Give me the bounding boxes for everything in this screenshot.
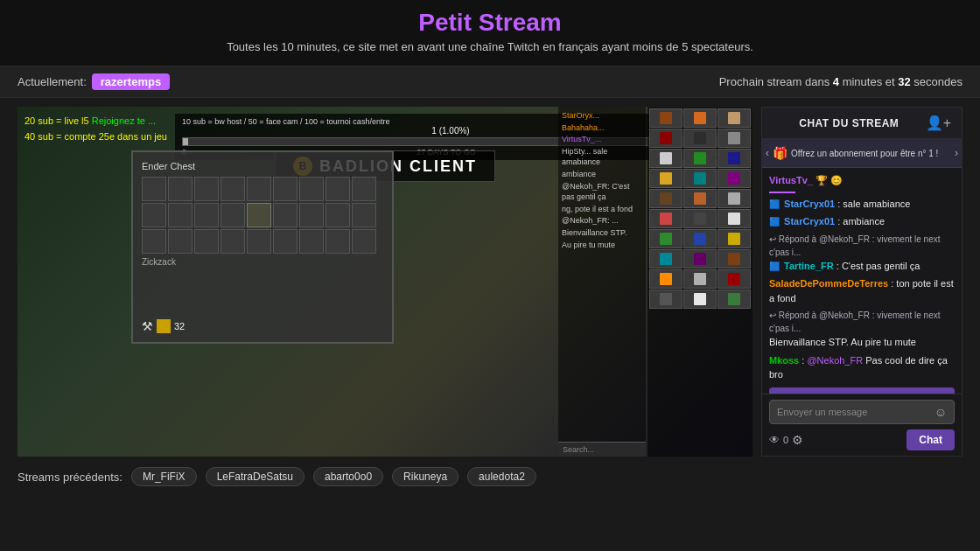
chat-button[interactable]: Chat <box>906 429 955 450</box>
item-cell <box>649 289 682 309</box>
item-cell <box>649 249 682 269</box>
chat-input-area: ☺ 👁 0 ⚙ Chat <box>762 394 962 456</box>
chat-header: CHAT DU STREAM 👤+ <box>762 108 962 139</box>
item-cell <box>683 149 717 168</box>
chat-message: 🟦 StarCryx01 : sale amabiance <box>769 197 955 212</box>
mc-slot <box>220 203 245 227</box>
stream-tag-4[interactable]: Rikuneya <box>392 467 458 486</box>
mc-slot <box>326 177 350 201</box>
mc-name: Zickzack <box>142 257 383 267</box>
hud-line1-yellow: 20 sub = live l5 <box>24 115 89 126</box>
chat-message: ↩ Répond à @Nekoh_FR : vivement le next … <box>769 309 955 350</box>
chat-messages: VirtusTv_ 🏆 😊 🟦 StarCryx01 : sale amabia… <box>762 168 962 394</box>
video-container[interactable]: 20 sub = live l5 Rejoignez te ... 40 sub… <box>18 107 752 457</box>
currently-bar: Actuellement: razertemps Prochain stream… <box>0 66 980 98</box>
chat-reply: ↩ Répond à @Nekoh_FR : vivement le next … <box>769 309 955 335</box>
mc-chat-sidebar: StarOryx... Bahahaha... VirtusTv_... Hip… <box>558 107 646 457</box>
chat-message: VirtusTv_ 🏆 😊 <box>769 173 955 188</box>
chat-message: Mkoss : @Nekoh_FR Pas cool de dire ça br… <box>769 353 955 382</box>
mc-inventory: Ender Chest <box>131 150 394 344</box>
chat-message: 🟦 StarCryx01 : ambiance <box>769 214 955 229</box>
site-subtitle: Toutes les 10 minutes, ce site met en av… <box>18 40 962 53</box>
item-cell <box>683 108 717 128</box>
mc-slot <box>273 177 298 201</box>
mc-slot <box>142 203 166 227</box>
emote-tooltip: Les émoticons animées peuvent être désac… <box>769 387 955 394</box>
mc-slot <box>247 229 271 254</box>
gear-icon[interactable]: ⚙ <box>792 433 803 447</box>
video-bg: 20 sub = live l5 Rejoignez te ... 40 sub… <box>18 107 752 457</box>
mc-slot <box>299 177 324 201</box>
mc-slot <box>326 203 350 227</box>
gift-prev-icon[interactable]: ‹ <box>766 147 769 159</box>
item-cell <box>718 189 751 208</box>
channel-badge[interactable]: razertemps <box>92 73 170 90</box>
chat-username: VirtusTv_ 🏆 <box>769 175 828 185</box>
mc-slot <box>194 177 219 201</box>
gift-banner[interactable]: ‹ 🎁 Offrez un abonnement pour être n° 1 … <box>762 139 962 168</box>
mc-slot <box>299 203 324 227</box>
item-cell <box>718 269 751 289</box>
mc-slot <box>220 229 245 254</box>
mc-slot <box>273 203 298 227</box>
streams-label: Streams précédents: <box>18 471 122 484</box>
mc-grid <box>142 177 383 254</box>
stream-tag-3[interactable]: abarto0o0 <box>313 467 383 486</box>
chat-reply: ↩ Répond à @Nekoh_FR : vivement le next … <box>769 233 955 259</box>
hud-line2-yellow: 40 sub = compte 25e dans un jeu <box>24 131 167 142</box>
item-cell <box>683 289 717 309</box>
item-cell <box>683 129 717 148</box>
currently-label: Actuellement: <box>18 75 87 88</box>
stream-tag-2[interactable]: LeFatraDeSatsu <box>206 467 304 486</box>
chat-text: : C'est pas gentil ça <box>836 261 920 271</box>
gift-icon: 🎁 <box>773 146 788 160</box>
item-cell <box>683 269 717 289</box>
chat-mention: @Nekoh_FR <box>807 355 863 366</box>
chat-text: Bienvaillance STP. Au pire tu mute <box>769 337 916 347</box>
mc-slot <box>273 229 298 254</box>
site-title: Petit Stream <box>18 9 962 37</box>
item-cell <box>718 289 751 309</box>
mc-inventory-title: Ender Chest <box>142 161 383 171</box>
items-panel <box>648 107 752 457</box>
item-cell <box>649 209 682 228</box>
user-plus-icon[interactable]: 👤+ <box>926 115 951 131</box>
mc-slot <box>352 203 376 227</box>
mc-slot <box>247 203 271 227</box>
item-cell <box>718 229 751 248</box>
chat-message: ↩ Répond à @Nekoh_FR : vivement le next … <box>769 233 955 274</box>
chat-header-title: CHAT DU STREAM <box>773 117 926 129</box>
next-stream-text: Prochain stream dans 4 minutes et 32 sec… <box>719 75 962 88</box>
mc-slot <box>168 229 192 254</box>
chat-divider <box>769 192 795 193</box>
item-cell <box>649 149 682 168</box>
chat-username: Tartine_FR <box>784 261 834 271</box>
main-content: 20 sub = live l5 Rejoignez te ... 40 sub… <box>0 107 980 457</box>
item-cell <box>649 189 682 208</box>
item-cell <box>718 108 751 128</box>
chat-username: StarCryx01 <box>784 199 835 209</box>
item-cell <box>718 249 751 269</box>
item-cell <box>649 169 682 188</box>
chat-panel: CHAT DU STREAM 👤+ ‹ 🎁 Offrez un abonneme… <box>761 107 962 457</box>
chat-text: : ambiance <box>837 216 885 227</box>
stream-tag-1[interactable]: Mr_FiFiX <box>131 467 197 486</box>
stream-tag-5[interactable]: auledota2 <box>467 467 536 486</box>
emoji-icon[interactable]: ☺ <box>934 405 947 419</box>
item-cell <box>683 189 717 208</box>
chat-text: 😊 <box>830 175 843 185</box>
hud-top-left: 20 sub = live l5 Rejoignez te ... 40 sub… <box>24 114 167 144</box>
mc-slot <box>168 177 192 201</box>
item-cell <box>683 229 717 248</box>
progress-bar-fill <box>183 138 188 145</box>
mc-slot <box>352 229 376 254</box>
chat-input-wrapper: ☺ <box>769 400 955 424</box>
chat-input[interactable] <box>777 407 934 417</box>
item-cell <box>649 229 682 248</box>
mc-slot <box>194 203 219 227</box>
item-cell <box>683 249 717 269</box>
gift-next-icon[interactable]: › <box>955 147 958 159</box>
mc-slot <box>299 229 324 254</box>
hud-line1-green: Rejoignez te ... <box>92 115 156 126</box>
mc-slot <box>326 229 350 254</box>
